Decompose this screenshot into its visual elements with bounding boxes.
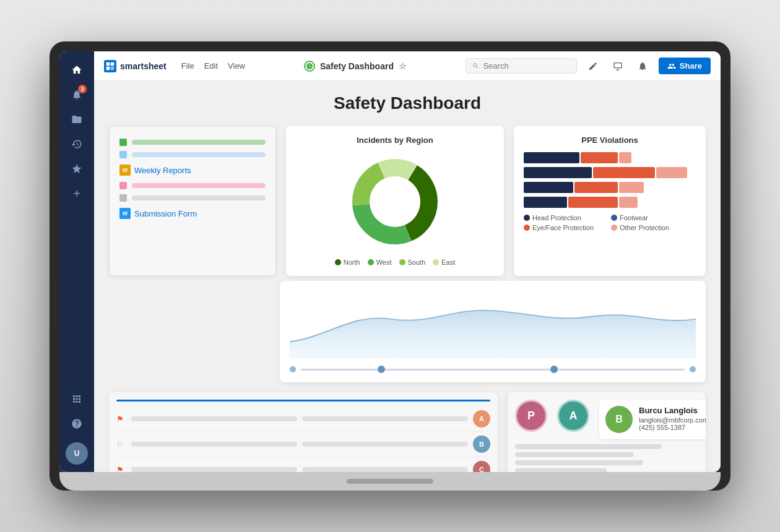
sidebar: 3 + U	[59, 51, 94, 472]
row-avatar-3: C	[473, 461, 490, 472]
row-bar-3	[131, 467, 297, 472]
ppe-title: PPE Violations	[524, 135, 696, 145]
ppe-bar-row-4	[524, 197, 696, 208]
donut-chart	[345, 152, 444, 251]
file-row-4	[119, 192, 266, 204]
present-icon-btn[interactable]	[609, 58, 626, 75]
row-bar-1	[131, 416, 297, 421]
legend-west: West	[368, 259, 392, 266]
slider-thumb-left	[378, 366, 385, 373]
ppe-seg-eye-4	[568, 197, 618, 208]
legend-dot-east	[433, 259, 439, 265]
table-row-3: ⚑ C	[116, 457, 490, 472]
legend-label-west: West	[376, 259, 392, 266]
ppe-seg-head-3	[524, 182, 573, 193]
topbar-dashboard-title: Safety Dashboard	[320, 61, 394, 71]
weekly-reports-label: Weekly Reports	[134, 166, 191, 175]
incidents-legend: North West South	[296, 259, 494, 266]
logo-area: smartsheet	[104, 60, 167, 72]
ppe-bar-row-3	[524, 182, 696, 193]
user-avatar[interactable]: U	[66, 442, 88, 465]
menu-edit[interactable]: Edit	[204, 61, 218, 71]
flag-icon-3: ⚑	[116, 465, 126, 473]
ppe-card: PPE Violations	[514, 126, 706, 276]
menu-file[interactable]: File	[181, 61, 194, 71]
file-dot-4	[119, 194, 127, 202]
flag-icon-1: ⚑	[116, 414, 126, 424]
top-bar: smartsheet File Edit View Safety Dashboa…	[94, 51, 721, 81]
row-bar-1b	[302, 416, 468, 421]
content-area: Safety Dashboard	[94, 81, 721, 472]
menu-items: File Edit View	[181, 61, 245, 71]
clock-icon	[304, 61, 315, 72]
sidebar-item-apps[interactable]	[66, 388, 88, 410]
contact-info: Burcu Langlois langlois@mbfcorp.com (425…	[639, 406, 706, 431]
ppe-bar-row-2	[524, 167, 696, 178]
search-box[interactable]	[466, 58, 577, 74]
edit-icon-btn[interactable]	[584, 58, 602, 75]
sidebar-item-home[interactable]	[66, 59, 88, 81]
sidebar-item-notifications[interactable]: 3	[66, 84, 88, 106]
slider-left-dot	[290, 366, 296, 372]
contact-avatar: B	[605, 406, 633, 433]
submission-form-icon: W	[119, 208, 131, 219]
svg-rect-3	[111, 66, 115, 70]
search-icon	[472, 62, 480, 70]
table-rows: ⚑ A ⚐ B	[116, 406, 490, 472]
legend-label-south: South	[408, 259, 426, 266]
weekly-reports-link[interactable]: W Weekly Reports	[119, 161, 266, 179]
legend-dot-south	[399, 259, 405, 265]
ppe-seg-head-1	[524, 152, 579, 163]
ppe-legend-eye-label: Eye/Face Protection	[532, 224, 594, 231]
area-chart-card	[280, 281, 706, 382]
table-row-1: ⚑ A	[116, 406, 490, 432]
bottom-cards-row: ⚑ A ⚐ B	[109, 392, 706, 472]
ppe-seg-other-1	[619, 152, 631, 163]
logo-text: smartsheet	[120, 61, 167, 71]
slider-track[interactable]	[301, 369, 685, 371]
sidebar-item-recent[interactable]	[66, 133, 88, 155]
area-chart-svg	[290, 291, 696, 359]
logo-icon	[104, 60, 116, 72]
person-1-avatar: P	[515, 400, 547, 432]
laptop-notch	[347, 479, 433, 484]
sidebar-item-favorites[interactable]	[66, 158, 88, 180]
ppe-seg-head-4	[524, 197, 567, 208]
alert-icon-btn[interactable]	[634, 58, 651, 75]
search-input[interactable]	[483, 61, 570, 71]
text-line-3	[515, 460, 643, 465]
legend-dot-north	[335, 259, 341, 265]
sidebar-item-folders[interactable]	[66, 108, 88, 131]
file-dot-2	[119, 151, 127, 158]
top-cards-row: W Weekly Reports	[109, 126, 706, 276]
share-button[interactable]: Share	[659, 58, 711, 74]
files-card: W Weekly Reports	[109, 126, 276, 276]
legend-south: South	[399, 259, 426, 266]
sidebar-item-add[interactable]: +	[66, 182, 88, 205]
ppe-legend-dot-other	[611, 225, 617, 231]
legend-dot-west	[368, 259, 374, 265]
submission-form-link[interactable]: W Submission Form	[119, 204, 266, 223]
top-center: Safety Dashboard ☆	[253, 61, 458, 72]
contact-phone: (425) 555-1387	[639, 424, 706, 431]
legend-north: North	[335, 259, 360, 266]
ppe-legend-eye: Eye/Face Protection	[524, 224, 609, 231]
menu-view[interactable]: View	[228, 61, 245, 71]
slider-row	[290, 366, 696, 372]
table-row-2: ⚐ B	[116, 432, 490, 457]
row-bar-2b	[302, 442, 468, 447]
favorite-star-icon[interactable]: ☆	[399, 61, 407, 71]
donut-chart-container	[296, 152, 494, 251]
file-row-2	[119, 148, 266, 161]
sidebar-item-help[interactable]	[66, 413, 88, 435]
svg-rect-1	[111, 62, 115, 66]
ppe-legend-other: Other Protection	[611, 224, 696, 231]
contact-email: langlois@mbfcorp.com	[639, 416, 706, 424]
contact-card: B Burcu Langlois langlois@mbfcorp.com (4…	[599, 400, 706, 439]
weekly-reports-icon: W	[119, 165, 131, 176]
ppe-seg-eye-3	[574, 182, 618, 193]
ppe-legend-footwear: Footwear	[611, 214, 696, 221]
svg-rect-2	[106, 66, 110, 70]
slider-right-dot	[690, 366, 696, 372]
ppe-seg-other-2	[656, 167, 687, 178]
